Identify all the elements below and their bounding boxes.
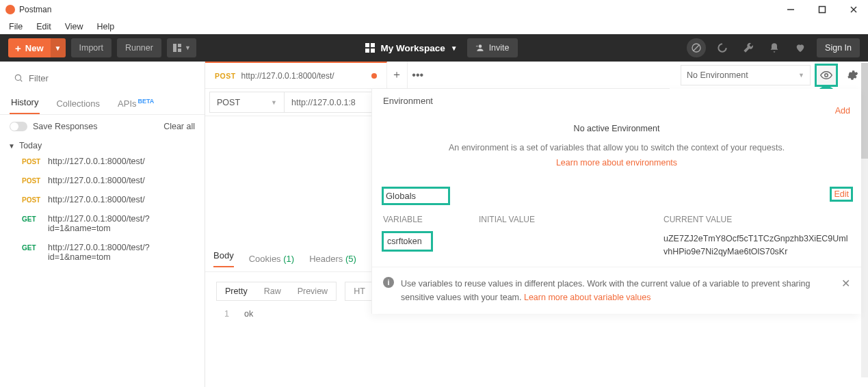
sidebar-tab-history[interactable]: History bbox=[10, 97, 40, 114]
body-view-raw[interactable]: Raw bbox=[256, 282, 289, 300]
new-dropdown-caret[interactable]: ▼ bbox=[51, 38, 66, 57]
sidebar-filter-input[interactable] bbox=[8, 67, 196, 89]
history-day-header[interactable]: ▼ Today bbox=[0, 138, 205, 152]
svg-line-14 bbox=[693, 44, 699, 51]
wrench-icon[interactable] bbox=[739, 38, 758, 57]
history-item[interactable]: POSThttp://127.0.0.1:8000/test/ bbox=[0, 152, 205, 171]
chevron-down-icon: ▼ bbox=[271, 99, 277, 106]
response-tab-headers[interactable]: Headers (5) bbox=[309, 254, 356, 264]
svg-rect-1 bbox=[819, 6, 826, 12]
response-body-text: ok bbox=[244, 309, 253, 319]
app-icon bbox=[5, 5, 15, 14]
workspace-selector[interactable]: My Workspace ▼ bbox=[365, 43, 457, 53]
close-info-button[interactable]: ✕ bbox=[841, 277, 850, 290]
unsaved-indicator-icon bbox=[371, 73, 377, 79]
history-method: POST bbox=[22, 158, 41, 165]
chevron-down-icon: ▼ bbox=[451, 44, 458, 52]
capture-icon[interactable] bbox=[687, 38, 706, 57]
globals-header: Globals bbox=[383, 188, 449, 204]
globals-edit-link[interactable]: Edit bbox=[831, 188, 852, 200]
environment-select[interactable]: No Environment ▼ bbox=[681, 65, 811, 85]
menu-help[interactable]: Help bbox=[91, 21, 121, 33]
history-url: http://127.0.0.1:8000/test/ bbox=[48, 157, 145, 166]
menu-view[interactable]: View bbox=[59, 21, 90, 33]
window-close-button[interactable] bbox=[842, 2, 865, 17]
popover-environment-header: Environment bbox=[372, 89, 861, 110]
body-view-pretty[interactable]: Pretty bbox=[217, 282, 256, 300]
menu-file[interactable]: File bbox=[3, 21, 29, 33]
window-minimize-button[interactable] bbox=[779, 2, 802, 17]
no-active-environment-title: No active Environment bbox=[399, 124, 834, 133]
response-line-number: 1 bbox=[224, 309, 229, 319]
no-active-environment-desc: An environment is a set of variables tha… bbox=[399, 143, 834, 152]
window-titlebar: Postman bbox=[0, 0, 868, 18]
environment-settings-button[interactable] bbox=[842, 65, 863, 85]
history-item[interactable]: GEThttp://127.0.0.1:8000/test/?id=1&name… bbox=[0, 238, 205, 267]
response-tab-body[interactable]: Body bbox=[213, 250, 234, 267]
cookies-count: (1) bbox=[283, 254, 294, 264]
bell-icon[interactable] bbox=[765, 38, 784, 57]
global-variable-initial bbox=[479, 232, 663, 258]
new-button[interactable]: +New ▼ bbox=[8, 38, 66, 57]
invite-label: Invite bbox=[489, 43, 510, 53]
plus-icon: + bbox=[15, 42, 21, 54]
menu-edit[interactable]: Edit bbox=[30, 21, 57, 33]
clear-all-link[interactable]: Clear all bbox=[163, 122, 195, 131]
body-format-select[interactable]: HT bbox=[345, 282, 373, 300]
window-maximize-button[interactable] bbox=[811, 2, 834, 17]
runner-button[interactable]: Runner bbox=[117, 38, 161, 57]
window-layout-button[interactable]: ▼ bbox=[167, 38, 196, 57]
global-variable-name: csrftoken bbox=[383, 232, 432, 250]
svg-rect-7 bbox=[365, 43, 369, 47]
request-tab[interactable]: POST http://127.0.0.1:8000/test/ bbox=[205, 62, 387, 89]
request-tab-method: POST bbox=[215, 72, 236, 80]
svg-rect-5 bbox=[178, 44, 181, 47]
history-item[interactable]: POSThttp://127.0.0.1:8000/test/ bbox=[0, 190, 205, 209]
workspace-grid-icon bbox=[365, 43, 375, 53]
http-method-label: POST bbox=[217, 98, 240, 107]
headers-label: Headers bbox=[309, 254, 343, 264]
vertical-scrollbar[interactable] bbox=[861, 63, 868, 377]
response-tab-cookies[interactable]: Cookies (1) bbox=[249, 254, 294, 264]
svg-rect-6 bbox=[178, 49, 181, 52]
tabs-overflow-button[interactable]: ••• bbox=[408, 62, 428, 89]
import-button[interactable]: Import bbox=[71, 38, 111, 57]
window-layout-icon bbox=[172, 43, 182, 53]
svg-rect-4 bbox=[173, 44, 176, 52]
environment-add-link[interactable]: Add bbox=[835, 106, 850, 116]
history-url: http://127.0.0.1:8000/test/ bbox=[48, 176, 145, 185]
menubar: File Edit View Help bbox=[0, 18, 868, 34]
cookies-label: Cookies bbox=[249, 254, 281, 264]
environment-quicklook-button[interactable]: 2 bbox=[816, 65, 837, 85]
column-variable-header: VARIABLE bbox=[383, 215, 479, 224]
environment-quicklook-popover: Environment Add No active Environment An… bbox=[371, 89, 861, 314]
save-responses-toggle[interactable] bbox=[10, 122, 27, 131]
learn-variable-values-link[interactable]: Learn more about variable values bbox=[524, 293, 651, 302]
svg-text:+: + bbox=[475, 44, 478, 48]
history-method: GET bbox=[22, 215, 41, 223]
body-view-preview[interactable]: Preview bbox=[289, 282, 336, 300]
svg-rect-8 bbox=[371, 43, 375, 47]
gear-icon bbox=[846, 69, 858, 81]
sidebar: History Collections APIsBETA Save Respon… bbox=[0, 62, 205, 387]
history-method: POST bbox=[22, 196, 41, 204]
invite-button[interactable]: + Invite bbox=[467, 38, 518, 57]
svg-point-11 bbox=[478, 44, 482, 48]
new-button-label: New bbox=[25, 43, 44, 53]
heart-icon[interactable] bbox=[791, 38, 810, 57]
sync-icon[interactable] bbox=[713, 38, 732, 57]
sign-in-button[interactable]: Sign In bbox=[817, 38, 860, 57]
svg-rect-10 bbox=[371, 49, 375, 53]
new-tab-button[interactable]: ＋ bbox=[387, 62, 408, 89]
history-url: http://127.0.0.1:8000/test/?id=1&name=to… bbox=[48, 243, 192, 262]
http-method-select[interactable]: POST ▼ bbox=[209, 92, 285, 113]
sidebar-tab-apis[interactable]: APIsBETA bbox=[116, 98, 155, 114]
headers-count: (5) bbox=[345, 254, 356, 264]
chevron-down-icon: ▼ bbox=[8, 142, 15, 150]
learn-environments-link[interactable]: Learn more about environments bbox=[399, 158, 834, 168]
history-item[interactable]: GEThttp://127.0.0.1:8000/test/?id=1&name… bbox=[0, 209, 205, 238]
request-tab-url: http://127.0.0.1:8000/test/ bbox=[241, 71, 334, 81]
sidebar-tab-collections[interactable]: Collections bbox=[55, 98, 101, 114]
main-toolbar: +New ▼ Import Runner ▼ My Workspace ▼ + … bbox=[0, 34, 868, 62]
history-item[interactable]: POSThttp://127.0.0.1:8000/test/ bbox=[0, 171, 205, 190]
